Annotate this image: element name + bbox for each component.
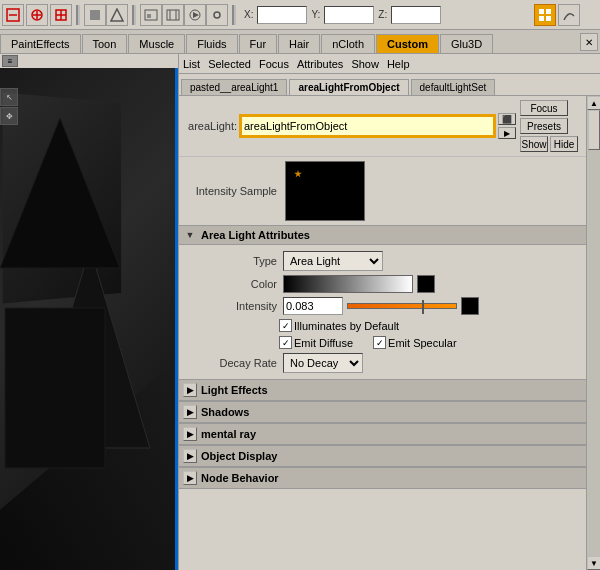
tab-painteffects[interactable]: PaintEffects [0,34,81,53]
tab-custom[interactable]: Custom [376,34,439,53]
illuminates-default-checkbox[interactable] [279,319,292,332]
attr-scrollbar[interactable]: ▲ ▼ [586,96,600,570]
color-gradient-bar[interactable] [283,275,413,293]
decay-rate-dropdown[interactable]: No Decay [283,353,363,373]
toolbar-right-icons [534,4,580,26]
attr-menu-focus[interactable]: Focus [259,58,289,70]
y-input[interactable] [324,6,374,24]
attr-menu-list[interactable]: List [183,58,200,70]
node-behavior-header[interactable]: ▶ Node Behavior [179,468,586,489]
attr-tab-2[interactable]: defaultLightSet [411,79,496,95]
light-name-input[interactable] [241,116,494,136]
viewport-toolbar: ≡ [0,54,178,68]
hide-button[interactable]: Hide [550,136,578,152]
top-toolbar: X: Y: Z: [0,0,600,30]
color-swatch[interactable] [417,275,435,293]
mental-ray-header[interactable]: ▶ mental ray [179,424,586,445]
tab-close-button[interactable]: ✕ [580,33,598,51]
type-value: Area Light [283,251,578,271]
toolbar-separator-3 [232,5,236,25]
vp-icon-select[interactable]: ↖ [0,88,18,106]
y-label: Y: [311,9,320,20]
light-effects-header[interactable]: ▶ Light Effects [179,380,586,401]
mental-ray-title: mental ray [201,428,256,440]
z-label: Z: [378,9,387,20]
emit-diffuse-checkbox[interactable] [279,336,292,349]
z-input[interactable] [391,6,441,24]
toolbar-icon-5[interactable] [106,4,128,26]
attr-menubar: List Selected Focus Attributes Show Help [179,54,600,74]
focus-presets-col: Focus Presets Show Hide [520,100,578,152]
attr-menu-selected[interactable]: Selected [208,58,251,70]
snap-grid-icon[interactable] [534,4,556,26]
tab-muscle[interactable]: Muscle [128,34,185,53]
presets-button[interactable]: Presets [520,118,568,134]
new-tab-button[interactable]: ▶ [498,127,516,139]
tab-toon[interactable]: Toon [82,34,128,53]
scroll-up-button[interactable]: ▲ [587,96,600,110]
attr-tab-1[interactable]: areaLightFromObject [289,79,408,95]
shadows-title: Shadows [201,406,249,418]
intensity-sample-box [285,161,365,221]
tab-hair[interactable]: Hair [278,34,320,53]
toolbar-icon-1[interactable] [2,4,24,26]
focus-button[interactable]: Focus [520,100,568,116]
node-behavior-section: ▶ Node Behavior [179,467,586,489]
object-display-section: ▶ Object Display [179,445,586,467]
emit-specular-checkbox[interactable] [373,336,386,349]
toolbar-icon-film[interactable] [162,4,184,26]
type-dropdown[interactable]: Area Light [283,251,383,271]
intensity-row: Intensity [179,295,586,317]
svg-marker-9 [111,9,123,21]
area-light-section-header[interactable]: ▼ Area Light Attributes [179,225,586,245]
tab-glu3d[interactable]: Glu3D [440,34,493,53]
tab-fur[interactable]: Fur [239,34,278,53]
emit-diffuse-label: Emit Diffuse [294,337,353,349]
object-display-arrow: ▶ [183,449,197,463]
svg-rect-18 [539,9,544,14]
emit-specular-item: Emit Specular [373,336,456,349]
vp-icon-move[interactable]: ✥ [0,107,18,125]
snap-curve-icon[interactable] [558,4,580,26]
attr-menu-show[interactable]: Show [351,58,379,70]
section-collapse-arrow: ▼ [183,228,197,242]
intensity-slider[interactable] [347,303,457,309]
intensity-color-swatch[interactable] [461,297,479,315]
toolbar-icon-gear[interactable] [206,4,228,26]
svg-rect-19 [546,9,551,14]
shadows-header[interactable]: ▶ Shadows [179,402,586,423]
attr-menu-attributes[interactable]: Attributes [297,58,343,70]
viewport-menu-icon[interactable]: ≡ [2,55,18,67]
toolbar-icon-2[interactable] [26,4,48,26]
object-display-header[interactable]: ▶ Object Display [179,446,586,467]
viewport-left-icons: ↖ ✥ [0,88,18,125]
copy-tab-button[interactable]: ⬛ [498,113,516,125]
scroll-thumb[interactable] [588,110,600,150]
light-name-label: areaLight: [187,120,237,132]
svg-rect-8 [90,10,100,20]
tab-ncloth[interactable]: nCloth [321,34,375,53]
toolbar-icon-image[interactable] [140,4,162,26]
type-row: Type Area Light [179,249,586,273]
x-label: X: [244,9,253,20]
x-input[interactable] [257,6,307,24]
attr-menu-help[interactable]: Help [387,58,410,70]
svg-rect-11 [147,14,151,18]
toolbar-coords: X: Y: Z: [244,6,441,24]
attr-tab-0[interactable]: pasted__areaLight1 [181,79,287,95]
scroll-down-button[interactable]: ▼ [587,556,600,570]
toolbar-icon-anim[interactable] [184,4,206,26]
attr-panel-inner: areaLight: ⬛ ▶ Focus Presets Show Hide [179,96,600,570]
node-behavior-arrow: ▶ [183,471,197,485]
main-tab-bar: PaintEffects Toon Muscle Fluids Fur Hair… [0,30,600,54]
show-button[interactable]: Show [520,136,548,152]
emit-specular-label: Emit Specular [388,337,456,349]
section-title-area-light: Area Light Attributes [201,229,310,241]
tab-fluids[interactable]: Fluids [186,34,237,53]
scroll-track [587,110,600,556]
svg-rect-21 [546,16,551,21]
scene-geometry [0,68,178,570]
toolbar-icon-4[interactable] [84,4,106,26]
intensity-input[interactable] [283,297,343,315]
toolbar-icon-3[interactable] [50,4,72,26]
